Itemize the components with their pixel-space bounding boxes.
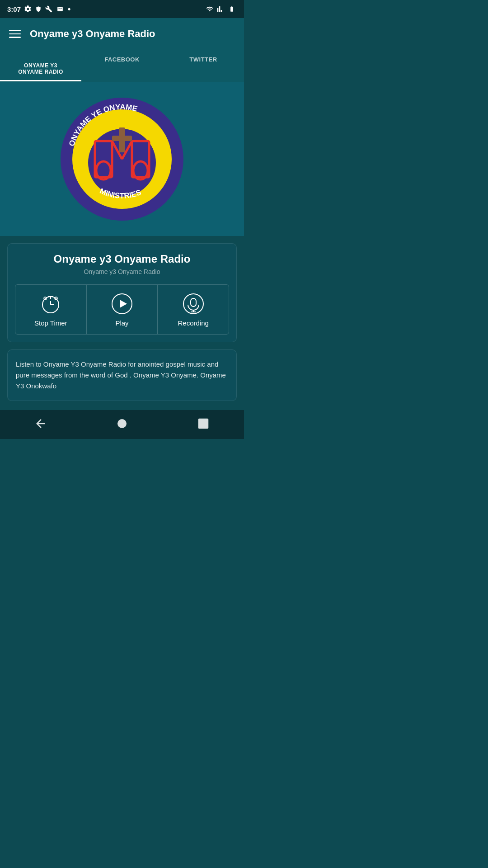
wrench-icon <box>45 5 52 13</box>
status-right-icons <box>205 5 237 13</box>
app-title: Onyame y3 Onyame Radio <box>30 28 155 40</box>
notification-dot: • <box>68 5 70 14</box>
stop-timer-button[interactable]: Stop Timer <box>15 285 87 334</box>
svg-marker-21 <box>120 300 127 308</box>
status-time-area: 3:07 • <box>7 5 70 14</box>
play-button[interactable]: Play <box>87 285 158 334</box>
controls-row: Stop Timer Play Recording <box>15 284 229 335</box>
svg-rect-10 <box>112 136 132 141</box>
home-button[interactable] <box>115 417 129 432</box>
recording-button[interactable]: Recording <box>158 285 229 334</box>
tab-twitter[interactable]: TWITTER <box>163 50 244 81</box>
back-icon <box>34 417 47 430</box>
station-subtitle: Onyame y3 Onyame Radio <box>15 268 229 275</box>
stop-timer-label: Stop Timer <box>34 319 67 327</box>
gear-icon <box>24 5 32 13</box>
back-button[interactable] <box>34 417 47 432</box>
recents-button[interactable] <box>197 417 210 432</box>
player-card: Onyame y3 Onyame Radio Onyame y3 Onyame … <box>7 243 237 342</box>
recents-icon <box>197 417 210 430</box>
description-text: Listen to Onyame Y3 Onyame Radio for ano… <box>16 359 228 392</box>
menu-button[interactable] <box>9 30 21 38</box>
recording-label: Recording <box>178 319 208 327</box>
svg-point-26 <box>117 419 127 428</box>
station-title: Onyame y3 Onyame Radio <box>15 253 229 265</box>
tab-facebook[interactable]: FACEBOOK <box>81 50 163 81</box>
status-bar: 3:07 • <box>0 0 244 18</box>
play-icon <box>110 292 134 316</box>
signal-icon <box>217 5 224 13</box>
tab-bar: ONYAME Y3 ONYAME RADIO FACEBOOK TWITTER <box>0 50 244 82</box>
time-display: 3:07 <box>7 5 21 13</box>
bottom-nav <box>0 410 244 439</box>
shield-icon <box>35 5 42 13</box>
svg-rect-23 <box>191 298 196 307</box>
mail-icon <box>56 6 64 12</box>
battery-icon <box>227 6 237 12</box>
svg-rect-27 <box>198 419 209 429</box>
logo-area: ONYAME YE ONYAME MINISTRIES <box>0 82 244 236</box>
radio-logo: ONYAME YE ONYAME MINISTRIES <box>59 96 185 222</box>
tab-radio[interactable]: ONYAME Y3 ONYAME RADIO <box>0 50 81 81</box>
microphone-icon <box>182 292 205 316</box>
clock-icon <box>39 292 62 316</box>
description-card: Listen to Onyame Y3 Onyame Radio for ano… <box>7 349 237 401</box>
top-bar: Onyame y3 Onyame Radio <box>0 18 244 50</box>
wifi-icon <box>205 5 214 13</box>
home-icon <box>115 417 129 430</box>
play-label: Play <box>115 319 128 327</box>
